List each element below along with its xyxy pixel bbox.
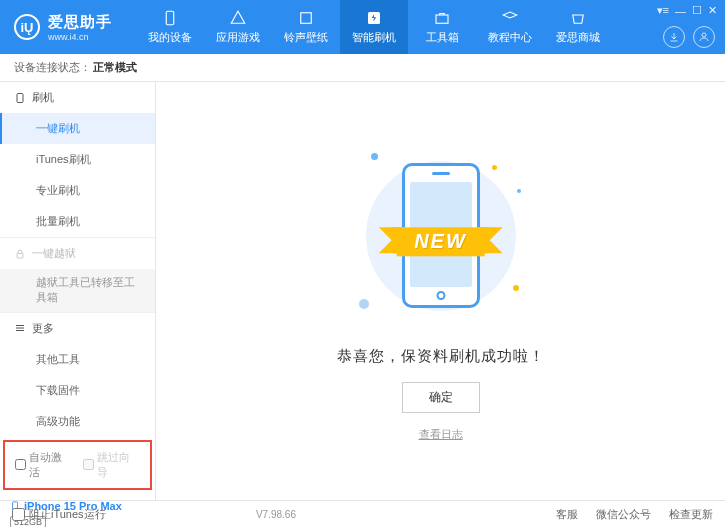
- new-ribbon: NEW: [396, 227, 485, 256]
- success-message: 恭喜您，保资料刷机成功啦！: [337, 347, 545, 366]
- nav-ringtones[interactable]: 铃声壁纸: [272, 0, 340, 54]
- sidebar-item-batch-flash[interactable]: 批量刷机: [0, 206, 155, 237]
- activation-options: 自动激活 跳过向导: [3, 440, 152, 490]
- checkbox-auto-activate[interactable]: 自动激活: [15, 450, 73, 480]
- app-header: iŲ 爱思助手 www.i4.cn 我的设备 应用游戏 铃声壁纸 智能刷机 工具…: [0, 0, 725, 54]
- sidebar-item-pro-flash[interactable]: 专业刷机: [0, 175, 155, 206]
- download-icon[interactable]: [663, 26, 685, 48]
- success-illustration: NEW: [341, 141, 541, 331]
- lock-icon: [14, 248, 26, 260]
- sidebar-jailbreak-note: 越狱工具已转移至工具箱: [0, 269, 155, 312]
- status-mode: 正常模式: [93, 60, 137, 75]
- main-nav: 我的设备 应用游戏 铃声壁纸 智能刷机 工具箱 教程中心 爱思商城: [136, 0, 612, 54]
- sidebar-section-flash[interactable]: 刷机: [0, 82, 155, 113]
- svg-rect-5: [17, 93, 23, 102]
- svg-rect-1: [301, 13, 312, 24]
- svg-rect-0: [166, 11, 174, 25]
- logo-icon: iŲ: [14, 14, 40, 40]
- nav-smart-flash[interactable]: 智能刷机: [340, 0, 408, 54]
- nav-my-device[interactable]: 我的设备: [136, 0, 204, 54]
- logo: iŲ 爱思助手 www.i4.cn: [0, 13, 126, 42]
- sidebar-section-more[interactable]: 更多: [0, 313, 155, 344]
- checkbox-skip-guide[interactable]: 跳过向导: [83, 450, 141, 480]
- status-bar: 设备连接状态： 正常模式: [0, 54, 725, 82]
- svg-rect-3: [436, 15, 448, 23]
- sidebar-section-jailbreak: 一键越狱: [0, 238, 155, 269]
- version-label: V7.98.66: [256, 509, 296, 520]
- status-label: 设备连接状态：: [14, 60, 91, 75]
- svg-point-4: [702, 33, 706, 37]
- sidebar-item-download-firmware[interactable]: 下载固件: [0, 375, 155, 406]
- maximize-icon[interactable]: ☐: [692, 4, 702, 17]
- minimize-icon[interactable]: —: [675, 5, 686, 17]
- user-icon[interactable]: [693, 26, 715, 48]
- footer-link-update[interactable]: 检查更新: [669, 507, 713, 522]
- brand-url: www.i4.cn: [48, 32, 112, 42]
- sidebar: 刷机 一键刷机 iTunes刷机 专业刷机 批量刷机 一键越狱 越狱工具已转移至…: [0, 82, 156, 500]
- nav-toolbox[interactable]: 工具箱: [408, 0, 476, 54]
- nav-store[interactable]: 爱思商城: [544, 0, 612, 54]
- sidebar-item-oneclick-flash[interactable]: 一键刷机: [0, 113, 155, 144]
- view-log-link[interactable]: 查看日志: [419, 427, 463, 442]
- main-content: NEW 恭喜您，保资料刷机成功啦！ 确定 查看日志: [156, 82, 725, 500]
- svg-rect-6: [17, 253, 23, 258]
- checkbox-block-itunes[interactable]: 阻止iTunes运行: [12, 507, 106, 522]
- ok-button[interactable]: 确定: [402, 382, 480, 413]
- footer-link-support[interactable]: 客服: [556, 507, 578, 522]
- menu-icon[interactable]: ▾≡: [657, 4, 669, 17]
- brand-name: 爱思助手: [48, 13, 112, 32]
- footer-link-wechat[interactable]: 微信公众号: [596, 507, 651, 522]
- nav-apps-games[interactable]: 应用游戏: [204, 0, 272, 54]
- sidebar-item-advanced[interactable]: 高级功能: [0, 406, 155, 437]
- sidebar-item-other-tools[interactable]: 其他工具: [0, 344, 155, 375]
- close-icon[interactable]: ✕: [708, 4, 717, 17]
- nav-tutorials[interactable]: 教程中心: [476, 0, 544, 54]
- sidebar-item-itunes-flash[interactable]: iTunes刷机: [0, 144, 155, 175]
